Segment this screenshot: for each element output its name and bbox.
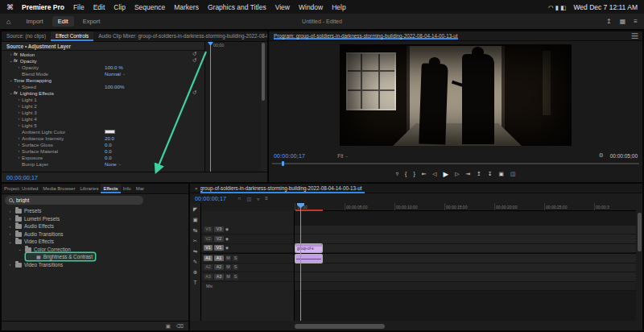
scrollbar-thumb[interactable]: [638, 213, 642, 251]
effect-property-row[interactable]: › Speed 100.00%: [2, 83, 204, 89]
mute-button[interactable]: M: [225, 255, 231, 261]
effect-property-row[interactable]: ⌄ fx Opacity ↺: [2, 57, 204, 64]
menubar-item[interactable]: Premiere Pro: [22, 3, 64, 11]
twirl-icon[interactable]: ›: [16, 116, 22, 121]
scrubber-track[interactable]: [272, 163, 639, 164]
monitor-settings-icon[interactable]: ⚙: [598, 152, 603, 159]
mute-button[interactable]: M: [225, 274, 231, 280]
effects-tree-item[interactable]: ▦ Brightness & Contrast: [2, 253, 188, 261]
twirl-icon[interactable]: ›: [16, 135, 22, 140]
step-back-icon[interactable]: ◁: [432, 171, 436, 177]
zoom-select[interactable]: Fit ⌄: [337, 153, 348, 159]
timecode[interactable]: 00;00;00;17: [6, 175, 38, 181]
type-tool[interactable]: T: [194, 280, 197, 285]
menubar-item[interactable]: Help: [332, 3, 345, 11]
effect-property-row[interactable]: Blend Mode Normal ⌄: [2, 70, 204, 77]
menubar-item[interactable]: View: [275, 3, 290, 11]
export-frame-icon[interactable]: ▣: [498, 171, 503, 177]
effect-property-row[interactable]: Bump Layer None ⌄: [2, 160, 204, 167]
add-marker-icon[interactable]: ▿: [257, 196, 259, 201]
fx-badge-icon[interactable]: fx: [14, 52, 18, 56]
close-icon[interactable]: ×: [195, 186, 198, 191]
panel-menu-icon[interactable]: ≡: [627, 31, 642, 41]
property-value[interactable]: 20.0: [105, 135, 114, 141]
track-select-tool[interactable]: ▣: [192, 217, 197, 223]
effect-property-row[interactable]: › fx Motion ↺: [2, 51, 204, 57]
source-patch-toggle[interactable]: V1: [204, 245, 213, 251]
track-target-toggle[interactable]: A1: [214, 255, 224, 261]
twirl-icon[interactable]: ›: [16, 110, 22, 114]
scrubber-playhead[interactable]: [282, 161, 284, 166]
workspace-tab[interactable]: Export: [77, 16, 106, 27]
twirl-icon[interactable]: ⌄: [8, 90, 14, 95]
program-timecode[interactable]: 00:00:00;17: [274, 153, 305, 159]
video-track-lane[interactable]: [295, 234, 636, 244]
effects-tree-item[interactable]: ⌄ Video Effects: [2, 238, 188, 246]
reset-effect-icon[interactable]: ↺: [192, 57, 196, 64]
twirl-icon[interactable]: ›: [7, 231, 13, 236]
hand-tool[interactable]: ⊕: [193, 269, 197, 276]
track-target-toggle[interactable]: A2: [214, 264, 224, 270]
program-tab[interactable]: Program: group-of-soldiers-in-darkness-s…: [274, 33, 458, 39]
new-bin-icon[interactable]: ▣: [166, 323, 171, 330]
effect-property-row[interactable]: › Surface Material 0.0: [2, 147, 204, 154]
video-track-lane[interactable]: [295, 244, 636, 254]
source-patch-toggle[interactable]: V3: [204, 226, 213, 232]
reset-effect-icon[interactable]: ↺: [192, 89, 196, 96]
effects-tree-item[interactable]: › Video Transitions: [2, 261, 188, 269]
source-patch-toggle[interactable]: A3: [204, 274, 213, 280]
menubar-clock[interactable]: Wed Dec 7 12:11 AM: [573, 3, 638, 11]
eye-icon[interactable]: ◉: [225, 246, 229, 250]
selection-tool[interactable]: ◤: [193, 206, 197, 213]
vertical-scrollbar[interactable]: [638, 211, 642, 321]
go-to-out-icon[interactable]: ⇥: [465, 171, 470, 177]
twirl-icon[interactable]: ⌄: [7, 239, 13, 244]
panel-tab[interactable]: Info: [121, 184, 134, 193]
scrollbar-thumb[interactable]: [262, 43, 265, 101]
mark-in-icon[interactable]: {: [405, 171, 407, 176]
workspace-tab[interactable]: Import: [20, 16, 48, 27]
snap-icon[interactable]: ∩: [237, 196, 241, 201]
timeline-timecode[interactable]: 00:00:00;17: [195, 196, 226, 201]
pen-tool[interactable]: ✎: [193, 259, 197, 265]
twirl-icon[interactable]: ›: [16, 122, 22, 127]
timeline-tracks[interactable]: group-of-s: [295, 211, 636, 321]
property-value[interactable]: 0.0: [105, 155, 112, 160]
property-value[interactable]: None: [105, 161, 117, 167]
linked-selection-icon[interactable]: ◫: [247, 196, 252, 201]
menubar-item[interactable]: Edit: [93, 3, 105, 11]
audio-track-lane[interactable]: [295, 272, 636, 282]
twirl-icon[interactable]: ⌄: [8, 77, 14, 82]
eye-icon[interactable]: ◉: [225, 227, 229, 231]
effect-property-row[interactable]: › Ambience Intensity 20.0: [2, 135, 204, 141]
battery-icon[interactable]: ▮: [555, 4, 559, 11]
color-swatch[interactable]: [105, 130, 115, 134]
workspace-tab[interactable]: Edit: [52, 16, 74, 27]
twirl-icon[interactable]: ›: [16, 84, 22, 89]
search-input[interactable]: [16, 197, 139, 203]
twirl-icon[interactable]: ⌄: [17, 247, 23, 251]
timeline-ruler[interactable]: :00:00 00:00:05:00 00:00:10:00 00:00:15:…: [295, 203, 636, 211]
wifi-icon[interactable]: ◠: [548, 4, 554, 11]
track-target-toggle[interactable]: V1: [214, 245, 224, 251]
panel-tab[interactable]: Audio Clip Mixer: group-of-soldiers-in-d…: [93, 31, 267, 41]
twirl-icon[interactable]: ›: [16, 97, 22, 102]
eye-icon[interactable]: ◉: [225, 237, 229, 241]
delete-icon[interactable]: ⌫: [176, 323, 184, 330]
mute-button[interactable]: M: [225, 264, 231, 270]
property-value[interactable]: 100.00%: [105, 84, 124, 89]
track-target-toggle[interactable]: V3: [214, 226, 224, 232]
panel-tab[interactable]: Project: Untitled: [2, 184, 40, 193]
twirl-icon[interactable]: ›: [16, 148, 22, 153]
effect-property-row[interactable]: Ambient Light Color: [2, 128, 204, 135]
effect-property-row[interactable]: › Light 1: [2, 96, 204, 102]
scrollbar-thumb[interactable]: [295, 324, 385, 329]
effect-property-row[interactable]: › Light 2: [2, 102, 204, 109]
menubar-item[interactable]: File: [73, 3, 85, 11]
add-marker-icon[interactable]: ▿: [396, 171, 398, 177]
fx-badge-icon[interactable]: fx: [14, 58, 18, 63]
effect-property-row[interactable]: › Light 3: [2, 109, 204, 115]
menubar-item[interactable]: Markers: [174, 3, 199, 11]
slip-tool[interactable]: ⇋: [193, 248, 197, 255]
menubar-item[interactable]: Graphics and Titles: [208, 3, 266, 11]
